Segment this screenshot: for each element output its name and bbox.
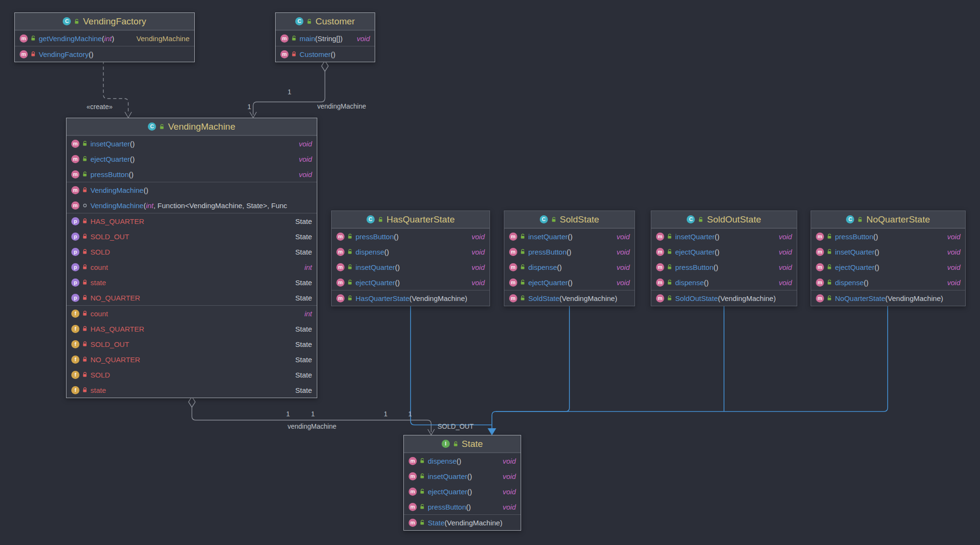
member-signature: dispense(): [428, 457, 461, 465]
method-icon: m: [336, 278, 345, 287]
class-name: VendingMachine: [168, 122, 235, 132]
text-segment: (): [873, 233, 878, 241]
member-return-type: void: [774, 263, 792, 271]
member-row-main[interactable]: mmain(String[])void: [276, 31, 375, 46]
public-visibility-icon: [667, 234, 672, 239]
member-row-sold[interactable]: pSOLDState: [67, 244, 317, 259]
member-row-count[interactable]: fcountint: [67, 306, 317, 321]
member-row-has_quarter[interactable]: fHAS_QUARTERState: [67, 321, 317, 336]
text-segment: State: [295, 294, 312, 302]
member-row-no_quarter[interactable]: fNO_QUARTERState: [67, 352, 317, 367]
member-row-ejectquarter[interactable]: mejectQuarter()void: [651, 244, 797, 259]
class-header[interactable]: CVendingMachine: [67, 118, 317, 135]
member-row-dispense[interactable]: mdispense()void: [651, 275, 797, 290]
member-row-state[interactable]: fstateState: [67, 382, 317, 398]
member-row-ejectquarter[interactable]: mejectQuarter()void: [332, 275, 490, 290]
class-header[interactable]: IState: [404, 435, 521, 453]
member-row-pressbutton[interactable]: mpressButton()void: [332, 229, 490, 244]
private-visibility-icon: [82, 341, 88, 347]
class-node-noquarterstate[interactable]: CNoQuarterStatempressButton()voidminsetQ…: [811, 211, 966, 306]
class-node-vendingfactory[interactable]: CVendingFactorymgetVendingMachine(int)Ve…: [14, 12, 195, 62]
member-row-insetquarter[interactable]: minsetQuarter()void: [811, 244, 965, 259]
member-row-dispense[interactable]: mdispense()void: [811, 275, 965, 290]
member-return-type: State: [290, 248, 312, 256]
method-icon: m: [656, 278, 664, 287]
member-row-insetquarter[interactable]: minsetQuarter()void: [332, 259, 490, 275]
text-segment: ejectQuarter: [528, 278, 568, 287]
member-row-vendingmachine[interactable]: mVendingMachine(int, Function<VendingMac…: [67, 198, 317, 213]
member-row-pressbutton[interactable]: mpressButton()void: [811, 229, 965, 244]
class-node-soldstate[interactable]: CSoldStateminsetQuarter()voidmpressButto…: [504, 211, 635, 306]
class-node-hasquarterstate[interactable]: CHasQuarterStatempressButton()voidmdispe…: [331, 211, 490, 306]
member-row-soldoutstate[interactable]: mSoldOutState(VendingMachine): [651, 290, 797, 306]
text-segment: SOLD_OUT: [90, 233, 129, 241]
member-row-state[interactable]: mState(VendingMachine): [404, 515, 521, 530]
text-segment: SOLD: [90, 371, 110, 379]
class-node-state[interactable]: IStatemdispense()voidminsetQuarter()void…: [403, 435, 521, 531]
text-segment: (): [568, 233, 573, 241]
class-node-soldoutstate[interactable]: CSoldOutStateminsetQuarter()voidmejectQu…: [651, 211, 797, 306]
text-segment: State: [295, 325, 312, 333]
method-icon: m: [71, 201, 79, 210]
text-segment: (VendingMachine): [885, 294, 943, 302]
member-row-ejectquarter[interactable]: mejectQuarter()void: [404, 484, 521, 499]
class-header[interactable]: CHasQuarterState: [332, 211, 490, 228]
member-row-getvendingmachine[interactable]: mgetVendingMachine(int)VendingMachine: [15, 31, 194, 46]
member-row-pressbutton[interactable]: mpressButton()void: [651, 259, 797, 275]
member-row-dispense[interactable]: mdispense()void: [404, 453, 521, 468]
text-segment: getVendingMachine: [39, 34, 102, 43]
member-section: pHAS_QUARTERStatepSOLD_OUTStatepSOLDStat…: [67, 213, 317, 305]
method-icon: m: [509, 294, 517, 302]
member-row-noquarterstate[interactable]: mNoQuarterState(VendingMachine): [811, 290, 965, 306]
member-row-sold[interactable]: fSOLDState: [67, 367, 317, 382]
member-section: mSoldState(VendingMachine): [504, 290, 635, 306]
member-row-no_quarter[interactable]: pNO_QUARTERState: [67, 290, 317, 305]
class-header[interactable]: CSoldState: [504, 211, 635, 228]
text-segment: int: [304, 310, 312, 318]
member-return-type: void: [294, 155, 312, 163]
member-row-sold_out[interactable]: pSOLD_OUTState: [67, 229, 317, 244]
method-icon: m: [336, 233, 345, 241]
member-row-insetquarter[interactable]: minsetQuarter()void: [651, 229, 797, 244]
member-signature: dispense(): [675, 278, 709, 287]
class-name: Customer: [315, 16, 355, 27]
member-row-vendingmachine[interactable]: mVendingMachine(): [67, 182, 317, 198]
member-row-ejectquarter[interactable]: mejectQuarter()void: [504, 275, 635, 290]
method-icon: m: [656, 294, 664, 302]
member-row-ejectquarter[interactable]: mejectQuarter()void: [67, 151, 317, 167]
member-row-insetquarter[interactable]: minsetQuarter()void: [504, 229, 635, 244]
member-row-state[interactable]: pstateState: [67, 275, 317, 290]
member-row-customer[interactable]: mCustomer(): [276, 46, 375, 62]
class-header[interactable]: CSoldOutState: [651, 211, 797, 228]
member-section: mState(VendingMachine): [404, 514, 521, 530]
edge-state-realizations[interactable]: [411, 305, 888, 435]
member-row-has_quarter[interactable]: pHAS_QUARTERState: [67, 213, 317, 229]
private-visibility-icon: [82, 387, 88, 393]
class-node-vendingmachine[interactable]: CVendingMachineminsetQuarter()voidmeject…: [66, 118, 317, 398]
member-row-dispense[interactable]: mdispense()void: [332, 244, 490, 259]
class-header[interactable]: CNoQuarterState: [811, 211, 965, 228]
member-row-count[interactable]: pcountint: [67, 259, 317, 275]
member-row-insetquarter[interactable]: minsetQuarter()void: [67, 136, 317, 151]
member-row-ejectquarter[interactable]: mejectQuarter()void: [811, 259, 965, 275]
text-segment: SOLD_OUT: [90, 340, 129, 348]
field-icon: f: [71, 386, 79, 394]
uml-diagram-canvas[interactable]: CVendingFactorymgetVendingMachine(int)Ve…: [0, 0, 980, 545]
member-row-insetquarter[interactable]: minsetQuarter()void: [404, 468, 521, 484]
member-row-sold_out[interactable]: fSOLD_OUTState: [67, 336, 317, 352]
text-segment: dispense: [428, 457, 457, 465]
member-row-dispense[interactable]: mdispense()void: [504, 259, 635, 275]
member-row-soldstate[interactable]: mSoldState(VendingMachine): [504, 290, 635, 306]
member-row-hasquarterstate[interactable]: mHasQuarterState(VendingMachine): [332, 290, 490, 306]
member-return-type: void: [467, 263, 485, 271]
member-return-type: void: [612, 278, 630, 287]
member-section: mCustomer(): [276, 46, 375, 62]
class-header[interactable]: CCustomer: [276, 13, 375, 30]
method-icon: m: [71, 155, 79, 163]
class-node-customer[interactable]: CCustomermmain(String[])voidmCustomer(): [275, 12, 375, 62]
member-row-pressbutton[interactable]: mpressButton()void: [67, 167, 317, 182]
class-header[interactable]: CVendingFactory: [15, 13, 194, 30]
member-row-vendingfactory[interactable]: mVendingFactory(): [15, 46, 194, 62]
member-row-pressbutton[interactable]: mpressButton()void: [504, 244, 635, 259]
member-row-pressbutton[interactable]: mpressButton()void: [404, 499, 521, 514]
